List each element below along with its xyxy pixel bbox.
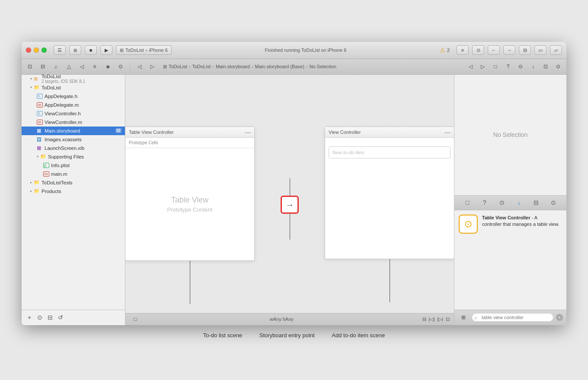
sidebar-item-todolists-tests[interactable]: ▸ 📁 ToDoListTests [22, 178, 125, 187]
chat-tool[interactable]: ⊙ [115, 61, 126, 72]
sidebar-item-infoplist[interactable]: p Info.plist [22, 161, 125, 170]
back-tool[interactable]: ◁ [76, 61, 87, 72]
play-button[interactable]: ▶ [100, 45, 112, 55]
tvc-inspector-title: Table View Controller [482, 215, 530, 220]
main-window: ☰ ⊞ ■ ▶ ⊞ ToDoList › iPhone 6 Finished r… [22, 42, 566, 325]
sidebar-item-todolist-root[interactable]: ▾ ⊞ ToDoList 2 targets, iOS SDK 8.1 [22, 75, 125, 83]
stop-button[interactable]: ■ [85, 45, 97, 55]
prototype-label: Prototype Cells [129, 140, 158, 145]
inspector-search-input[interactable] [472, 313, 553, 322]
size-inspector[interactable]: ⊡ [540, 61, 551, 72]
menu-button[interactable]: ≡ [457, 45, 469, 55]
sidebar-item-todolist-folder[interactable]: ▾ 📁 ToDoList [22, 83, 125, 92]
connections-tab[interactable]: ⊙ [548, 198, 559, 207]
tvc-menu[interactable]: — [245, 129, 251, 136]
warning-tool[interactable]: △ [63, 61, 74, 72]
back-button[interactable]: ← [488, 45, 500, 55]
sidebar-item-appdelegate-m[interactable]: m AppDelegate.m [22, 101, 125, 109]
breadcrumb-item-1[interactable]: ToDoList [169, 64, 187, 69]
triangle-icon: ▾ [30, 77, 32, 81]
minimize-button[interactable] [34, 48, 39, 53]
quick-help[interactable]: ? [502, 61, 514, 72]
nav-next[interactable]: ▷ [477, 61, 488, 72]
table-view-controller-card[interactable]: Table View Controller — Prototype Cells … [125, 127, 255, 261]
navigator-toggle[interactable]: ⊡ [24, 61, 35, 72]
search-tool[interactable]: ⌕ [50, 61, 61, 72]
hierarchy-tool[interactable]: ◈ [102, 61, 113, 72]
file-m2-icon: m [37, 120, 43, 125]
attributes-inspector[interactable]: ↓ [527, 61, 539, 72]
sidebar-item-images[interactable]: 🖼 Images.xcassets [22, 135, 125, 144]
sidebar-item-main-m[interactable]: m main.m [22, 170, 125, 178]
view-controller-card[interactable]: View Controller — New to-do item [325, 127, 454, 259]
search-clear-button[interactable]: × [556, 314, 563, 321]
back-nav[interactable]: ◁ [134, 61, 145, 72]
scheme-button[interactable]: ⊞ [69, 45, 81, 55]
breadcrumb-item-4[interactable]: Main.storyboard (Base) [255, 64, 304, 69]
canvas-tool-1[interactable]: ⊟ [422, 317, 426, 322]
add-file-button[interactable]: + [25, 313, 34, 322]
canvas-frame-btn[interactable]: □ [130, 314, 141, 324]
canvas-tool-2[interactable]: |◁| [429, 317, 435, 322]
activity-button[interactable]: ⊙ [472, 45, 484, 55]
device-name: iPhone 6 [149, 48, 167, 53]
vc-text-field[interactable]: New to-do item [329, 146, 451, 158]
toolbar-right: ◁ ▷ [465, 61, 488, 72]
project-scheme-selector[interactable]: ⊞ ToDoList › iPhone 6 [116, 45, 172, 55]
layout-button1[interactable]: ⊟ [519, 45, 531, 55]
history-button[interactable]: ⊙ [35, 313, 44, 322]
project-icon: ⊞ [34, 76, 40, 82]
sidebar-item-launchscreen[interactable]: ▦ LaunchScreen.xib [22, 144, 125, 152]
sidebar-item-viewcontroller-m[interactable]: m ViewController.m [22, 118, 125, 127]
forward-button[interactable]: → [503, 45, 515, 55]
refresh-button[interactable]: ↺ [56, 313, 65, 322]
sidebar-item-products[interactable]: ▸ 📁 Products [22, 187, 125, 196]
size-tab[interactable]: ⊟ [530, 198, 542, 207]
file-inspector-tab[interactable]: □ [462, 198, 473, 207]
mainstoryboard-label: Main.storyboard [45, 128, 114, 133]
vc-wrapper: View Controller — New to-do item [325, 127, 454, 259]
canvas-tool-3[interactable]: |▷| [437, 317, 443, 322]
launchscreen-label: LaunchScreen.xib [45, 146, 121, 151]
sidebar-item-mainstoryboard[interactable]: ▦ Main.storyboard M [22, 127, 125, 135]
breadcrumb-item-3[interactable]: Main.storyboard [216, 64, 250, 69]
connections-inspector[interactable]: ⊙ [553, 61, 564, 72]
sidebar-item-viewcontroller-h[interactable]: h ViewController.h [22, 109, 125, 118]
scheme-tool[interactable]: ⊟ [37, 61, 48, 72]
appdelegate-m-label: AppDelegate.m [45, 102, 121, 108]
vc-menu[interactable]: — [444, 129, 451, 136]
sidebar-item-supporting-files[interactable]: ▾ 📁 Supporting Files [22, 152, 125, 161]
canvas-tool-4[interactable]: ⊡ [446, 317, 450, 322]
sidebar-item-appdelegate-h[interactable]: h AppDelegate.h [22, 92, 125, 101]
attributes-tab[interactable]: ↓ [513, 198, 524, 207]
identity-tab[interactable]: ⊙ [496, 198, 508, 207]
canvas-right-tools: ⊟ |◁| |▷| ⊡ [422, 317, 450, 322]
vc-title: View Controller [329, 130, 361, 135]
close-button[interactable] [26, 48, 31, 53]
scene-label-center: Storyboard entry point [259, 332, 315, 339]
sidebar-toggle-button[interactable]: ☰ [54, 45, 66, 55]
layout-button3[interactable]: ▱ [550, 45, 562, 55]
titlebar: ☰ ⊞ ■ ▶ ⊞ ToDoList › iPhone 6 Finished r… [22, 42, 566, 59]
appdelegate-h-label: AppDelegate.h [45, 94, 121, 99]
list-tool[interactable]: ≡ [89, 61, 100, 72]
layout-button2[interactable]: ▭ [534, 45, 546, 55]
insp-grid-btn[interactable]: ⊞ [458, 312, 469, 323]
breadcrumb-item-2[interactable]: ToDoList [192, 64, 211, 69]
forward-nav[interactable]: ▷ [147, 61, 158, 72]
canvas-content: Table View Controller — Prototype Cells … [125, 75, 454, 313]
quick-help-tab[interactable]: ? [479, 198, 490, 207]
tests-triangle: ▸ [30, 180, 32, 184]
file-inspector[interactable]: □ [490, 61, 501, 72]
entry-arrow-box: → [281, 196, 299, 214]
identity-inspector[interactable]: ⊙ [515, 61, 526, 72]
breadcrumb-item-5[interactable]: No Selection [309, 64, 336, 69]
nav-prev[interactable]: ◁ [465, 61, 476, 72]
scene-label-right: Add to-do item scene [332, 332, 385, 339]
tvc-body: Prototype Cells Table View Prototype Con… [125, 138, 254, 260]
grid-button[interactable]: ⊟ [46, 313, 54, 322]
maximize-button[interactable] [42, 48, 47, 53]
project-icon: ⊞ [120, 48, 124, 53]
storyboard-badge: M [115, 128, 121, 133]
inspector-panel: No Selection □ ? ⊙ ↓ ⊟ ⊙ ⊙ Table View Co… [454, 75, 566, 325]
